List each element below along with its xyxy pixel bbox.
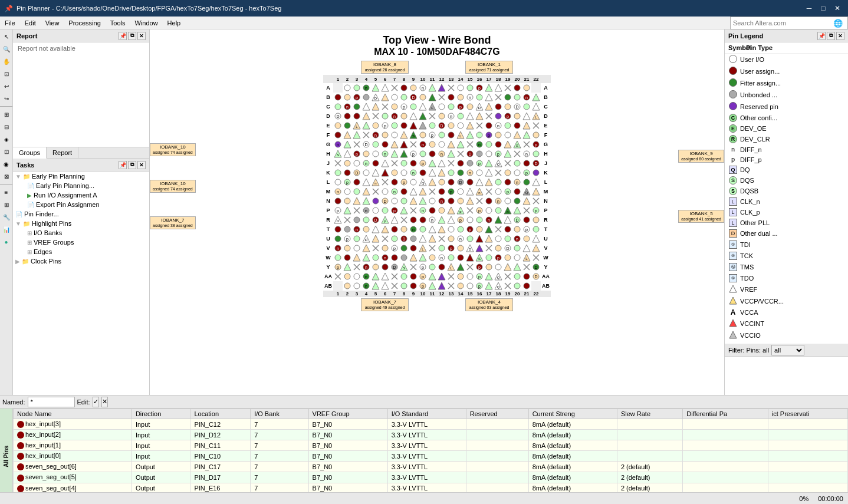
pin-cell[interactable]	[503, 225, 512, 234]
pin-cell[interactable]	[399, 215, 409, 225]
pin-cell[interactable]	[531, 83, 541, 93]
table-row[interactable]: hex_input[0]InputPIN_C107B7_N03.3-V LVTT…	[14, 451, 848, 462]
pin-cell[interactable]	[437, 281, 446, 291]
pin-cell[interactable]	[484, 272, 494, 281]
pin-cell[interactable]	[390, 149, 399, 159]
pin-cell[interactable]: p	[409, 149, 418, 159]
pin-cell[interactable]: p	[531, 140, 541, 149]
task-early-pin-planning-sub[interactable]: 📄 Early Pin Planning...	[13, 181, 149, 190]
menu-help[interactable]: Help	[163, 18, 186, 28]
pin-cell[interactable]	[428, 272, 437, 281]
pin-cell[interactable]	[512, 262, 522, 272]
pin-cell[interactable]: n	[361, 206, 371, 215]
menu-edit[interactable]: Edit	[20, 18, 41, 28]
pin-cell[interactable]: n	[522, 149, 531, 159]
task-vref-groups[interactable]: ⊞ VREF Groups	[13, 238, 149, 247]
pin-cell[interactable]	[503, 130, 512, 140]
pin-cell[interactable]: p	[484, 130, 494, 140]
pin-cell[interactable]	[371, 206, 380, 215]
pin-cell[interactable]: p	[352, 149, 361, 159]
pin-cell[interactable]	[371, 111, 380, 121]
pin-cell[interactable]	[503, 215, 512, 225]
named-input[interactable]	[28, 397, 75, 407]
task-highlight-pins[interactable]: ▼ 📁 Highlight Pins	[13, 219, 149, 228]
pin-cell[interactable]	[390, 281, 399, 291]
pin-cell[interactable]	[484, 243, 494, 253]
pin-cell[interactable]	[333, 159, 343, 168]
pin-cell[interactable]: p	[380, 215, 390, 225]
pin-cell[interactable]: Q	[494, 272, 503, 281]
pin-cell[interactable]: n	[475, 187, 484, 196]
pin-cell[interactable]	[390, 102, 399, 111]
pin-cell[interactable]	[371, 225, 380, 234]
pin-cell[interactable]	[484, 159, 494, 168]
pin-cell[interactable]	[409, 196, 418, 206]
pin-cell[interactable]	[409, 243, 418, 253]
pin-cell[interactable]	[380, 234, 390, 243]
pin-cell[interactable]	[531, 177, 541, 187]
pin-cell[interactable]: n	[428, 215, 437, 225]
pin-cell[interactable]	[428, 187, 437, 196]
pin-cell[interactable]	[343, 262, 352, 272]
pin-cell[interactable]	[437, 159, 446, 168]
pin-cell[interactable]	[380, 130, 390, 140]
pin-cell[interactable]	[484, 262, 494, 272]
pin-cell[interactable]	[361, 187, 371, 196]
pin-cell[interactable]	[399, 206, 409, 215]
pin-cell[interactable]	[475, 215, 484, 225]
pin-cell[interactable]: L	[352, 121, 361, 130]
pin-cell[interactable]	[399, 149, 409, 159]
pin-cell[interactable]	[446, 225, 456, 234]
pin-cell[interactable]	[494, 234, 503, 243]
pin-cell[interactable]: L	[446, 262, 456, 272]
pin-cell[interactable]: p	[418, 262, 428, 272]
pin-cell[interactable]	[399, 140, 409, 149]
pin-cell[interactable]: n	[380, 253, 390, 262]
pin-cell[interactable]	[409, 140, 418, 149]
pin-cell[interactable]	[456, 243, 465, 253]
pin-cell[interactable]	[437, 168, 446, 177]
pin-cell[interactable]	[352, 102, 361, 111]
toolbar-highlight[interactable]: ●	[1, 236, 12, 248]
pin-cell[interactable]	[390, 272, 399, 281]
pin-cell[interactable]	[371, 168, 380, 177]
pin-cell[interactable]	[446, 196, 456, 206]
pin-cell[interactable]	[343, 168, 352, 177]
pin-cell[interactable]: n	[409, 168, 418, 177]
pin-cell[interactable]	[409, 177, 418, 187]
pin-cell[interactable]	[333, 121, 343, 130]
pin-cell[interactable]: p	[428, 130, 437, 140]
task-export-pin[interactable]: 📄 Export Pin Assignmen	[13, 200, 149, 209]
pin-cell[interactable]	[371, 121, 380, 130]
pin-cell[interactable]	[484, 83, 494, 93]
pin-cell[interactable]: p	[475, 206, 484, 215]
pin-cell[interactable]	[437, 93, 446, 102]
pin-cell[interactable]	[390, 196, 399, 206]
pin-cell[interactable]	[409, 215, 418, 225]
tasks-float-button[interactable]: ⧉	[128, 161, 136, 169]
pin-cell[interactable]	[409, 281, 418, 291]
pin-cell[interactable]: n	[333, 140, 343, 149]
pin-cell[interactable]	[399, 196, 409, 206]
pin-cell[interactable]	[484, 196, 494, 206]
pin-cell[interactable]	[465, 272, 475, 281]
pin-cell[interactable]: L	[418, 243, 428, 253]
pin-cell[interactable]	[437, 234, 446, 243]
pin-cell[interactable]	[333, 177, 343, 187]
pin-cell[interactable]	[361, 196, 371, 206]
pin-cell[interactable]	[352, 111, 361, 121]
pin-cell[interactable]	[371, 272, 380, 281]
pin-cell[interactable]	[512, 272, 522, 281]
toolbar-zoom-sel[interactable]: ⊡	[1, 68, 12, 80]
pin-cell[interactable]	[494, 243, 503, 253]
pin-cell[interactable]	[475, 196, 484, 206]
pin-cell[interactable]	[512, 206, 522, 215]
pin-cell[interactable]: p	[399, 102, 409, 111]
pin-cell[interactable]	[465, 83, 475, 93]
pin-cell[interactable]	[428, 262, 437, 272]
pin-cell[interactable]	[522, 215, 531, 225]
pin-cell[interactable]	[333, 196, 343, 206]
pin-cell[interactable]: p	[418, 281, 428, 291]
task-edges[interactable]: ⊞ Edges	[13, 247, 149, 256]
pin-cell[interactable]	[475, 177, 484, 187]
